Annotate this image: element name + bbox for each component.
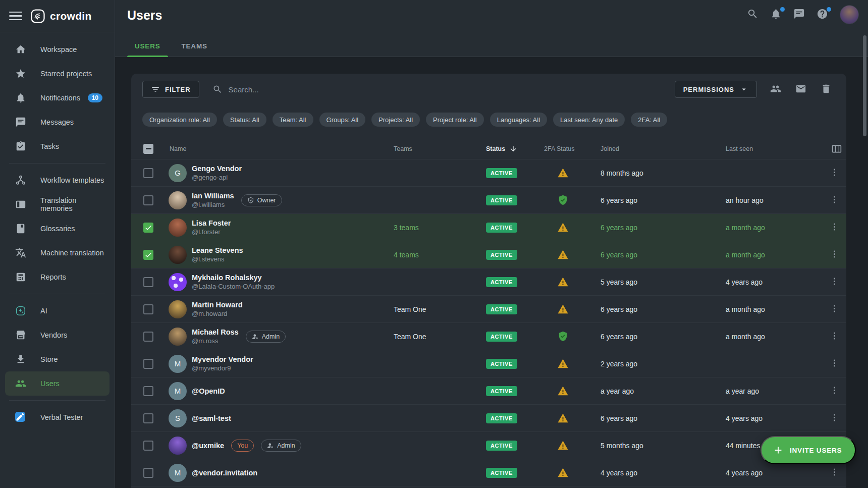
column-header-last-seen[interactable]: Last seen [726, 145, 823, 152]
crowdin-logo: crowdin [30, 9, 92, 24]
sidebar-item-machine-translation[interactable]: Machine translation [5, 241, 110, 265]
users-card: FILTER PERMISSIONS Organization role: Al… [131, 74, 846, 488]
tab-teams[interactable]: TEAMS [174, 36, 215, 57]
filter-chip-groups[interactable]: Groups: All [319, 113, 366, 127]
row-checkbox[interactable] [143, 304, 153, 314]
vertical-scrollbar[interactable] [863, 35, 866, 136]
hamburger-menu-icon[interactable] [9, 10, 22, 23]
status-badge: ACTIVE [486, 168, 517, 178]
status-badge: ACTIVE [486, 250, 517, 260]
sidebar-item-glossaries[interactable]: Glossaries [5, 216, 110, 241]
sidebar-item-vendors[interactable]: Vendors [5, 323, 110, 347]
sidebar-item-label: Tasks [40, 142, 59, 150]
sidebar-item-workspace[interactable]: Workspace [5, 37, 110, 62]
row-checkbox[interactable] [143, 468, 153, 478]
columns-settings-icon[interactable] [832, 144, 842, 154]
filter-button[interactable]: FILTER [142, 81, 199, 98]
sidebar-item-reports[interactable]: Reports [5, 265, 110, 289]
column-header-joined[interactable]: Joined [601, 145, 726, 152]
row-checkbox[interactable] [143, 277, 153, 287]
permissions-dropdown[interactable]: PERMISSIONS [675, 81, 757, 98]
column-header-name[interactable]: Name [161, 145, 394, 152]
user-name: Gengo Vendor [192, 164, 242, 173]
column-header-status[interactable]: Status [486, 145, 544, 153]
sidebar-item-tasks[interactable]: Tasks [5, 134, 110, 158]
sidebar-item-notifications[interactable]: Notifications10 [5, 86, 110, 110]
joined-cell: 6 years ago [601, 224, 726, 232]
row-actions-kebab-icon[interactable] [830, 222, 840, 233]
add-to-team-icon[interactable] [770, 83, 782, 95]
user-handle: @gengo-api [192, 173, 242, 182]
user-handle: @uxmike [192, 441, 224, 450]
row-actions-kebab-icon[interactable] [830, 195, 840, 206]
tab-users[interactable]: USERS [127, 36, 168, 57]
filter-chip-languages[interactable]: Languages: All [490, 113, 547, 127]
row-actions-kebab-icon[interactable] [830, 413, 840, 424]
filter-chip-project-role[interactable]: Project role: All [426, 113, 484, 127]
row-checkbox[interactable] [143, 250, 153, 260]
row-checkbox[interactable] [143, 223, 153, 233]
filter-chip-organization-role[interactable]: Organization role: All [142, 113, 217, 127]
notifications-icon[interactable] [770, 8, 783, 21]
teams-cell[interactable]: Team One [394, 305, 486, 313]
sidebar-item-workflow-templates[interactable]: Workflow templates [5, 168, 110, 192]
row-actions-kebab-icon[interactable] [830, 331, 840, 342]
teams-cell[interactable]: 3 teams [394, 224, 486, 232]
user-handle: @m.ross [192, 337, 239, 345]
notification-dot [780, 7, 785, 12]
2fa-warning-icon [557, 222, 569, 233]
2fa-warning-icon [557, 167, 569, 179]
row-actions-kebab-icon[interactable] [830, 386, 840, 397]
row-actions-kebab-icon[interactable] [830, 358, 840, 369]
mail-icon[interactable] [795, 83, 807, 95]
delete-icon[interactable] [821, 83, 833, 95]
row-actions-kebab-icon[interactable] [830, 168, 840, 179]
column-header-2fa[interactable]: 2FA Status [544, 145, 601, 152]
row-checkbox[interactable] [143, 386, 153, 396]
invite-users-button[interactable]: INVITE USERS [761, 436, 856, 464]
teams-cell[interactable]: Team One [394, 333, 486, 341]
messages-icon[interactable] [793, 8, 806, 21]
filter-chip-2fa[interactable]: 2FA: All [631, 113, 667, 127]
sidebar-item-translation-memories[interactable]: Translation memories [5, 192, 110, 216]
row-checkbox[interactable] [143, 413, 153, 423]
notifications-count-badge: 10 [88, 93, 102, 102]
verbal-tester-icon [15, 412, 26, 423]
row-actions-kebab-icon[interactable] [830, 467, 840, 478]
column-header-teams[interactable]: Teams [394, 145, 486, 152]
user-name: Lisa Foster [192, 219, 231, 228]
teams-cell[interactable]: 4 teams [394, 251, 486, 259]
2fa-warning-icon [557, 440, 569, 451]
vendors-icon [15, 330, 26, 341]
row-checkbox[interactable] [143, 441, 153, 451]
sidebar-item-starred-projects[interactable]: Starred projects [5, 62, 110, 86]
row-checkbox[interactable] [143, 359, 153, 369]
sidebar-item-verbal-tester[interactable]: Verbal Tester [5, 405, 110, 429]
select-all-checkbox[interactable] [143, 144, 153, 154]
sort-desc-icon [509, 145, 517, 153]
sidebar-item-label: Vendors [40, 331, 67, 339]
search-icon[interactable] [747, 8, 760, 21]
user-handle: @myvendor9 [192, 364, 253, 372]
search-input[interactable] [229, 85, 380, 94]
sidebar-item-ai[interactable]: AI [5, 299, 110, 323]
filter-chip-projects[interactable]: Projects: All [371, 113, 420, 127]
status-badge: ACTIVE [486, 332, 517, 342]
sidebar-item-store[interactable]: Store [5, 347, 110, 371]
user-avatar[interactable] [840, 5, 859, 24]
row-checkbox[interactable] [143, 168, 153, 178]
row-checkbox[interactable] [143, 332, 153, 342]
sidebar-item-users[interactable]: Users [5, 371, 110, 396]
row-actions-kebab-icon[interactable] [830, 304, 840, 315]
sidebar-item-messages[interactable]: Messages [5, 110, 110, 134]
table-header: Name Teams Status 2FA Status Joined Last… [131, 138, 846, 159]
filter-chip-team[interactable]: Team: All [273, 113, 313, 127]
filter-chip-status[interactable]: Status: All [223, 113, 266, 127]
notifications-icon [15, 92, 26, 103]
help-icon[interactable] [817, 8, 830, 21]
row-checkbox[interactable] [143, 195, 153, 205]
row-actions-kebab-icon[interactable] [830, 249, 840, 260]
row-actions-kebab-icon[interactable] [830, 277, 840, 288]
table-row: S@saml-testACTIVE6 years ago4 years ago [131, 405, 846, 432]
filter-chip-last-seen[interactable]: Last seen: Any date [553, 113, 625, 127]
